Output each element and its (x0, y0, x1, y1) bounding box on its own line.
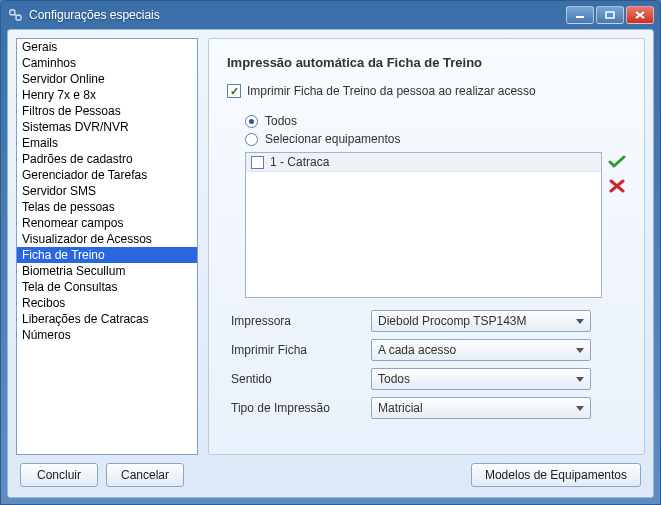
printer-label: Impressora (231, 314, 371, 328)
print-on-access-row: Imprimir Ficha de Treino da pessoa ao re… (227, 84, 626, 98)
titlebar[interactable]: Configurações especiais (1, 1, 660, 29)
svg-rect-4 (606, 12, 614, 18)
print-on-access-label: Imprimir Ficha de Treino da pessoa ao re… (247, 84, 536, 98)
sidebar-item[interactable]: Henry 7x e 8x (17, 87, 197, 103)
main-area: GeraisCaminhosServidor OnlineHenry 7x e … (16, 38, 645, 455)
sidebar-item[interactable]: Números (17, 327, 197, 343)
sidebar-item[interactable]: Tela de Consultas (17, 279, 197, 295)
printer-value: Diebold Procomp TSP143M (378, 314, 527, 328)
print-sheet-value: A cada acesso (378, 343, 456, 357)
equipment-label: 1 - Catraca (270, 155, 329, 169)
sidebar-item[interactable]: Biometria Secullum (17, 263, 197, 279)
settings-form: Impressora Diebold Procomp TSP143M Impri… (231, 310, 626, 419)
direction-value: Todos (378, 372, 410, 386)
equipment-side-buttons (608, 152, 626, 194)
printer-combo[interactable]: Diebold Procomp TSP143M (371, 310, 591, 332)
equipment-radio-group: Todos Selecionar equipamentos (245, 114, 626, 146)
radio-select-row: Selecionar equipamentos (245, 132, 626, 146)
print-sheet-label: Imprimir Ficha (231, 343, 371, 357)
sidebar-item[interactable]: Padrões de cadastro (17, 151, 197, 167)
sidebar-item[interactable]: Renomear campos (17, 215, 197, 231)
cancel-button[interactable]: Cancelar (106, 463, 184, 487)
maximize-button[interactable] (596, 6, 624, 24)
content-panel: Impressão automática da Ficha de Treino … (208, 38, 645, 455)
sidebar-item[interactable]: Recibos (17, 295, 197, 311)
sidebar-item[interactable]: Gerenciador de Tarefas (17, 167, 197, 183)
sidebar-item[interactable]: Ficha de Treino (17, 247, 197, 263)
radio-select-equipment[interactable] (245, 133, 258, 146)
bottom-bar: Concluir Cancelar Modelos de Equipamento… (16, 455, 645, 489)
equipment-list-wrap: 1 - Catraca (245, 152, 626, 298)
uncheck-all-icon[interactable] (608, 178, 626, 194)
app-icon (7, 7, 23, 23)
minimize-button[interactable] (566, 6, 594, 24)
direction-combo[interactable]: Todos (371, 368, 591, 390)
sidebar-item[interactable]: Gerais (17, 39, 197, 55)
check-all-icon[interactable] (608, 154, 626, 170)
sidebar-item[interactable]: Servidor SMS (17, 183, 197, 199)
sidebar-item[interactable]: Caminhos (17, 55, 197, 71)
window: Configurações especiais GeraisCaminhosSe… (0, 0, 661, 505)
window-controls (566, 6, 654, 24)
equipment-checkbox[interactable] (251, 156, 264, 169)
print-type-label: Tipo de Impressão (231, 401, 371, 415)
radio-all[interactable] (245, 115, 258, 128)
content-heading: Impressão automática da Ficha de Treino (227, 55, 626, 70)
equipment-listbox[interactable]: 1 - Catraca (245, 152, 602, 298)
sidebar-item[interactable]: Filtros de Pessoas (17, 103, 197, 119)
print-type-value: Matricial (378, 401, 423, 415)
radio-all-row: Todos (245, 114, 626, 128)
sidebar-item[interactable]: Liberações de Catracas (17, 311, 197, 327)
client-area: GeraisCaminhosServidor OnlineHenry 7x e … (7, 29, 654, 498)
print-on-access-checkbox[interactable] (227, 84, 241, 98)
close-button[interactable] (626, 6, 654, 24)
sidebar-item[interactable]: Emails (17, 135, 197, 151)
window-title: Configurações especiais (29, 8, 566, 22)
radio-select-label: Selecionar equipamentos (265, 132, 400, 146)
svg-line-2 (14, 14, 17, 16)
print-type-combo[interactable]: Matricial (371, 397, 591, 419)
direction-label: Sentido (231, 372, 371, 386)
finish-button[interactable]: Concluir (20, 463, 98, 487)
sidebar-item[interactable]: Telas de pessoas (17, 199, 197, 215)
equipment-models-button[interactable]: Modelos de Equipamentos (471, 463, 641, 487)
sidebar-item[interactable]: Visualizador de Acessos (17, 231, 197, 247)
equipment-item[interactable]: 1 - Catraca (246, 153, 601, 172)
print-sheet-combo[interactable]: A cada acesso (371, 339, 591, 361)
sidebar-item[interactable]: Sistemas DVR/NVR (17, 119, 197, 135)
sidebar-item[interactable]: Servidor Online (17, 71, 197, 87)
sidebar[interactable]: GeraisCaminhosServidor OnlineHenry 7x e … (16, 38, 198, 455)
radio-all-label: Todos (265, 114, 297, 128)
